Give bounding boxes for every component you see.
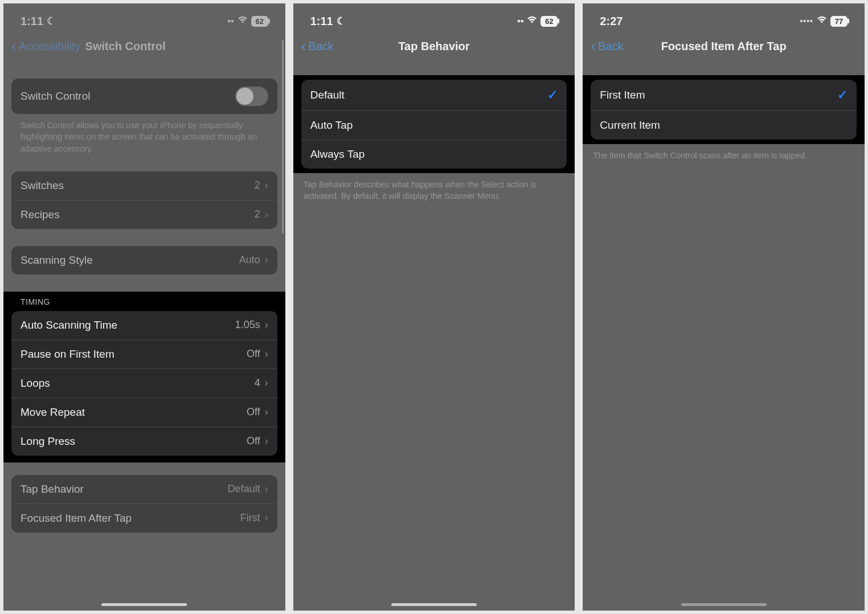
group-switches-recipes: Switches 2 › Recipes 2 › xyxy=(11,171,277,229)
nav-bar: ‹ Back Tap Behavior xyxy=(293,33,575,64)
options-highlight: First Item ✓ Current Item xyxy=(583,75,865,144)
row-auto-scanning-time[interactable]: Auto Scanning Time 1.05s › xyxy=(11,311,277,340)
row-value: 4 xyxy=(255,377,260,389)
row-value: Off xyxy=(247,435,260,447)
row-default[interactable]: Default ✓ xyxy=(301,80,567,111)
chevron-right-icon: › xyxy=(265,208,268,220)
back-label: Accessibility xyxy=(19,40,81,53)
home-indicator[interactable] xyxy=(101,603,187,606)
wifi-icon xyxy=(527,16,537,26)
chevron-right-icon: › xyxy=(265,483,268,495)
row-label: Auto Tap xyxy=(310,119,558,132)
row-recipes[interactable]: Recipes 2 › xyxy=(11,200,277,229)
row-label: Scanning Style xyxy=(21,254,239,267)
toggle-switch[interactable] xyxy=(235,87,268,106)
row-pause-first-item[interactable]: Pause on First Item Off › xyxy=(11,340,277,369)
description-text: Switch Control allows you to use your iP… xyxy=(11,114,277,154)
chevron-right-icon: › xyxy=(265,254,268,266)
row-label: Recipes xyxy=(21,208,255,221)
row-label: Loops xyxy=(21,377,255,390)
back-button[interactable]: ‹ Back xyxy=(591,39,623,54)
row-value: Default xyxy=(228,483,260,495)
do-not-disturb-icon: ☾ xyxy=(47,15,56,27)
chevron-right-icon: › xyxy=(265,179,268,191)
row-label: Auto Scanning Time xyxy=(21,319,235,331)
back-button[interactable]: ‹ Accessibility xyxy=(11,39,81,54)
group-header-timing: TIMING xyxy=(21,297,268,306)
row-long-press[interactable]: Long Press Off › xyxy=(11,427,277,456)
row-label: First Item xyxy=(600,89,837,101)
content: Switch Control Switch Control allows you… xyxy=(3,64,285,611)
chevron-right-icon: › xyxy=(265,512,268,524)
chevron-right-icon: › xyxy=(265,377,268,389)
status-bar: 1:11 ☾ ▪▪ 62 xyxy=(3,3,285,33)
chevron-right-icon: › xyxy=(265,435,268,447)
row-value: Off xyxy=(247,406,260,418)
footer-text: Tap Behavior describes what happens when… xyxy=(304,179,565,202)
row-label: Default xyxy=(310,89,548,101)
chevron-right-icon: › xyxy=(265,319,268,331)
row-switches[interactable]: Switches 2 › xyxy=(11,171,277,200)
cellular-signal-icon: ▪▪ xyxy=(227,16,234,26)
row-label: Tap Behavior xyxy=(21,483,228,496)
row-label: Switches xyxy=(21,179,255,192)
cellular-signal-icon: •••• xyxy=(800,17,813,26)
wifi-icon xyxy=(817,16,827,26)
group-scanning-style: Scanning Style Auto › xyxy=(11,246,277,275)
back-button[interactable]: ‹ Back xyxy=(301,39,334,54)
back-label: Back xyxy=(598,40,623,53)
home-indicator[interactable] xyxy=(391,603,477,606)
chevron-right-icon: › xyxy=(265,348,268,360)
home-indicator[interactable] xyxy=(681,603,767,606)
row-loops[interactable]: Loops 4 › xyxy=(11,369,277,398)
row-value: Auto xyxy=(239,254,260,266)
back-label: Back xyxy=(308,40,333,53)
group-switch-control: Switch Control Switch Control allows you… xyxy=(11,79,277,154)
row-label: Long Press xyxy=(21,435,247,448)
nav-title: Tap Behavior xyxy=(293,40,575,53)
nav-title: Switch Control xyxy=(85,40,166,53)
row-label: Focused Item After Tap xyxy=(21,512,240,525)
row-focused-item-after-tap[interactable]: Focused Item After Tap First › xyxy=(11,504,277,533)
row-always-tap[interactable]: Always Tap xyxy=(301,140,567,169)
row-current-item[interactable]: Current Item xyxy=(591,111,857,140)
checkmark-icon: ✓ xyxy=(547,88,558,103)
chevron-left-icon: ‹ xyxy=(11,39,17,54)
chevron-left-icon: ‹ xyxy=(591,39,596,54)
row-scanning-style[interactable]: Scanning Style Auto › xyxy=(11,246,277,275)
wifi-icon xyxy=(238,16,248,26)
options-highlight: Default ✓ Auto Tap Always Tap xyxy=(293,75,575,173)
row-value: 2 xyxy=(255,208,260,220)
nav-title: Focused Item After Tap xyxy=(583,40,865,53)
group-tap-focused: Tap Behavior Default › Focused Item Afte… xyxy=(11,475,277,533)
row-first-item[interactable]: First Item ✓ xyxy=(591,80,857,111)
footer-text: The item that Switch Control scans after… xyxy=(593,150,854,161)
row-value: Off xyxy=(247,348,260,360)
screenshot-switch-control: 1:11 ☾ ▪▪ 62 ‹ Accessibility Switch Cont… xyxy=(3,3,285,611)
status-bar: 2:27 •••• 77 xyxy=(583,3,865,33)
battery-indicator: 62 xyxy=(541,16,558,27)
row-auto-tap[interactable]: Auto Tap xyxy=(301,111,567,140)
toggle-knob xyxy=(236,88,253,105)
checkmark-icon: ✓ xyxy=(837,88,847,103)
content: First Item ✓ Current Item The item that … xyxy=(583,64,865,611)
row-value: 2 xyxy=(255,179,260,191)
row-label: Always Tap xyxy=(310,148,558,161)
screenshot-tap-behavior: 1:11 ☾ ▪▪ 62 ‹ Back Tap Behavior Default… xyxy=(293,3,575,611)
status-time: 1:11 xyxy=(21,15,43,28)
row-value: First xyxy=(240,512,260,524)
status-time: 2:27 xyxy=(600,15,623,28)
row-label: Move Repeat xyxy=(21,406,247,419)
cellular-signal-icon: ▪▪ xyxy=(517,16,523,26)
row-move-repeat[interactable]: Move Repeat Off › xyxy=(11,398,277,427)
nav-bar: ‹ Accessibility Switch Control xyxy=(3,33,285,64)
status-bar: 1:11 ☾ ▪▪ 62 xyxy=(293,3,575,33)
do-not-disturb-icon: ☾ xyxy=(337,15,346,27)
row-tap-behavior[interactable]: Tap Behavior Default › xyxy=(11,475,277,504)
nav-bar: ‹ Back Focused Item After Tap xyxy=(583,33,865,64)
row-switch-control-toggle[interactable]: Switch Control xyxy=(11,79,277,114)
row-label: Pause on First Item xyxy=(21,348,247,361)
content: Default ✓ Auto Tap Always Tap Tap Behavi… xyxy=(293,64,575,611)
screenshot-focused-item: 2:27 •••• 77 ‹ Back Focused Item After T… xyxy=(583,3,865,611)
chevron-left-icon: ‹ xyxy=(301,39,306,54)
